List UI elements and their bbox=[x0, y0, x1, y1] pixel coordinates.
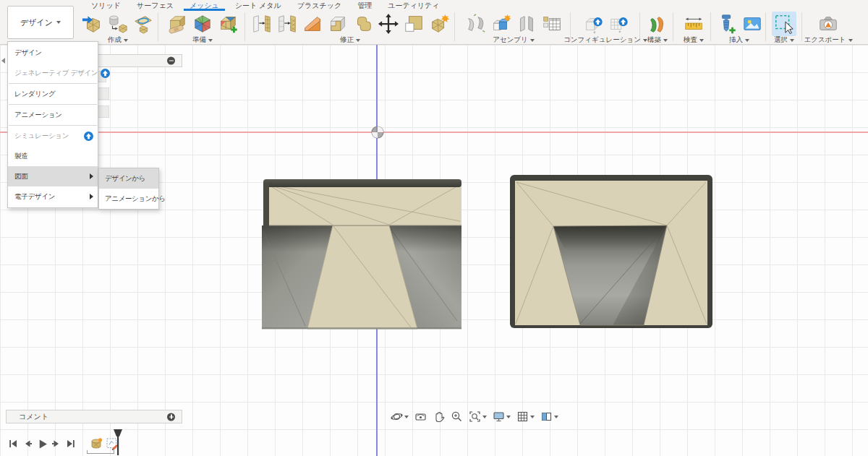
repair-mesh-button[interactable] bbox=[165, 12, 190, 36]
dropdown-caret-icon[interactable] bbox=[848, 39, 853, 42]
wedge-cut-button[interactable] bbox=[300, 12, 325, 36]
remesh-button[interactable] bbox=[190, 12, 215, 36]
dropdown-caret-icon[interactable] bbox=[663, 39, 668, 42]
grid-settings-button[interactable] bbox=[514, 410, 537, 423]
insert-fastener-button[interactable] bbox=[715, 12, 739, 36]
move-button[interactable] bbox=[376, 12, 401, 36]
toolbar-group-label: 構築 bbox=[647, 35, 668, 45]
menu-item-design[interactable]: デザイン bbox=[8, 43, 98, 63]
mesh-body-right[interactable] bbox=[510, 175, 712, 330]
timeline-position-marker[interactable] bbox=[113, 429, 123, 455]
tab-mesh[interactable]: メッシュ bbox=[184, 0, 225, 11]
configuration-cube-icon bbox=[582, 13, 604, 35]
workspace-menu: デザイン ジェネレーティブ デザイン レンダリング アニメーション シミュレーシ… bbox=[7, 41, 98, 208]
toolbar-separator bbox=[765, 12, 766, 41]
dropdown-caret-icon[interactable] bbox=[790, 39, 794, 42]
fit-button[interactable] bbox=[467, 410, 489, 423]
tab-utilities[interactable]: ユーティリティ bbox=[382, 0, 445, 11]
submenu-item-label: アニメーションから bbox=[105, 194, 166, 204]
menu-item-label: レンダリング bbox=[14, 90, 56, 99]
toolbar-group-assemble: アセンブリ bbox=[459, 11, 569, 45]
look-at-button[interactable] bbox=[412, 410, 429, 423]
tab-manage[interactable]: 管理 bbox=[352, 0, 378, 11]
minus-circle-icon[interactable] bbox=[167, 57, 175, 65]
export-render-button[interactable] bbox=[816, 12, 841, 36]
reduce-button[interactable] bbox=[427, 12, 451, 36]
submenu-item-from-design[interactable]: デザインから bbox=[99, 168, 158, 189]
tab-sheet-metal[interactable]: シート メタル bbox=[229, 0, 287, 11]
dropdown-caret-icon[interactable] bbox=[530, 39, 535, 42]
dropdown-caret-icon[interactable] bbox=[530, 416, 535, 418]
play-button[interactable] bbox=[35, 436, 49, 452]
menu-item-electronics[interactable]: 電子デザイン bbox=[8, 186, 98, 207]
as-built-joint-button[interactable] bbox=[514, 12, 539, 36]
construction-plane-button[interactable] bbox=[645, 12, 670, 36]
model-canvas[interactable] bbox=[0, 45, 868, 456]
menu-item-manufacture[interactable]: 製造 bbox=[8, 146, 98, 166]
menu-item-drawing[interactable]: 図面 bbox=[8, 166, 98, 186]
viewports-button[interactable] bbox=[538, 410, 561, 423]
toolbar-group-label: 準備 bbox=[192, 35, 213, 45]
joint-button[interactable] bbox=[464, 12, 488, 36]
tab-solid[interactable]: ソリッド bbox=[85, 0, 127, 11]
mesh-body-feature-button[interactable] bbox=[90, 437, 103, 450]
mesh-body-left[interactable] bbox=[260, 179, 463, 330]
insert-mesh-button[interactable] bbox=[80, 12, 105, 36]
mesh-section-button[interactable] bbox=[131, 12, 156, 36]
go-to-end-button[interactable] bbox=[64, 436, 78, 452]
group-label-text: エクスポート bbox=[804, 35, 846, 45]
submenu-arrow-icon bbox=[90, 173, 93, 179]
dropdown-caret-icon[interactable] bbox=[356, 39, 360, 42]
step-back-button[interactable] bbox=[20, 436, 35, 452]
unwrap-button[interactable] bbox=[250, 12, 274, 36]
insert-image-button[interactable] bbox=[740, 12, 765, 36]
dropdown-caret-icon[interactable] bbox=[404, 416, 409, 418]
dropdown-caret-icon[interactable] bbox=[554, 416, 558, 418]
orbit-icon bbox=[391, 410, 403, 423]
menu-item-animation[interactable]: アニメーション bbox=[8, 105, 98, 125]
menu-item-generative-design[interactable]: ジェネレーティブ デザイン bbox=[8, 63, 98, 83]
plus-circle-icon[interactable] bbox=[167, 413, 175, 421]
menu-item-label: 製造 bbox=[14, 152, 27, 161]
panel-collapse-arrow-icon[interactable] bbox=[1, 58, 5, 64]
bom-table-button[interactable] bbox=[540, 12, 564, 36]
dropdown-caret-icon[interactable] bbox=[482, 416, 487, 418]
go-to-start-button[interactable] bbox=[6, 436, 20, 452]
flatten-mesh-button[interactable] bbox=[275, 12, 299, 36]
display-settings-button[interactable] bbox=[490, 410, 513, 423]
face-groups-button[interactable] bbox=[216, 12, 240, 36]
mesh-from-body-button[interactable] bbox=[106, 12, 130, 36]
dropdown-caret-icon[interactable] bbox=[124, 39, 128, 42]
menu-item-render[interactable]: レンダリング bbox=[8, 84, 98, 104]
measure-button[interactable] bbox=[681, 12, 706, 36]
dropdown-caret-icon[interactable] bbox=[208, 39, 213, 42]
dropdown-caret-icon[interactable] bbox=[699, 39, 704, 42]
zoom-button[interactable] bbox=[448, 410, 465, 423]
new-component-button[interactable] bbox=[489, 12, 514, 36]
dropdown-caret-icon[interactable] bbox=[745, 39, 749, 42]
export-render-icon bbox=[817, 13, 839, 35]
view-navigation-bar bbox=[388, 409, 561, 424]
toolbar-group-label: 修正 bbox=[340, 35, 360, 45]
flatten-mesh-icon bbox=[276, 13, 298, 35]
workspace-switcher-label: デザイン bbox=[20, 17, 53, 28]
dropdown-caret-icon[interactable] bbox=[506, 416, 511, 418]
tab-surface[interactable]: サーフェス bbox=[131, 0, 179, 11]
erase-fill-button[interactable] bbox=[326, 12, 350, 36]
unwrap-icon bbox=[251, 13, 273, 35]
plane-cut-button[interactable] bbox=[401, 12, 426, 36]
submenu-item-from-animation[interactable]: アニメーションから bbox=[99, 189, 158, 209]
menu-item-simulation[interactable]: シミュレーション bbox=[8, 126, 98, 146]
workspace-switcher-button[interactable]: デザイン bbox=[7, 6, 74, 39]
move-icon bbox=[378, 13, 399, 35]
step-forward-icon bbox=[51, 439, 61, 449]
pan-button[interactable] bbox=[430, 410, 447, 423]
orbit-button[interactable] bbox=[388, 410, 411, 423]
configuration-table-button[interactable] bbox=[606, 12, 631, 36]
configuration-cube-button[interactable] bbox=[581, 12, 605, 36]
step-forward-button[interactable] bbox=[49, 436, 64, 452]
select-window-button[interactable] bbox=[772, 12, 796, 36]
tab-plastic[interactable]: プラスチック bbox=[292, 0, 347, 11]
comments-panel-header[interactable]: コメント bbox=[6, 410, 182, 423]
combine-button[interactable] bbox=[351, 12, 375, 36]
